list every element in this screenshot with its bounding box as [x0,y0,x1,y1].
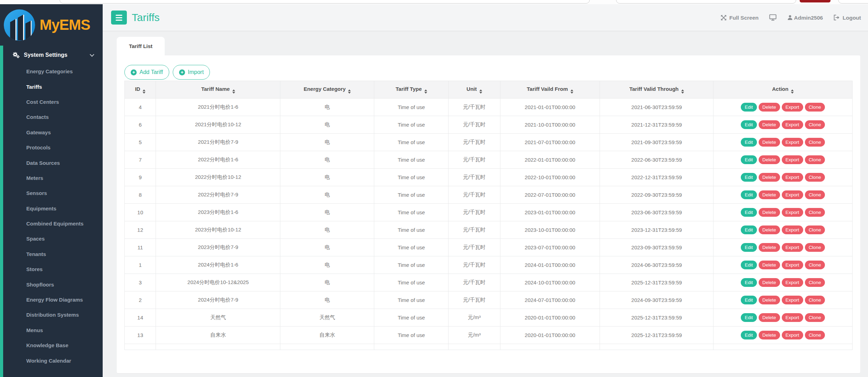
sidebar-item-data-sources[interactable]: Data Sources [0,155,103,170]
clone-button[interactable]: Clone [805,225,825,234]
delete-button[interactable]: Delete [759,331,780,339]
sidebar-item-stores[interactable]: Stores [0,262,103,277]
export-button[interactable]: Export [782,243,803,252]
logout-button[interactable]: Logout [833,14,861,21]
column-header-tariff-type[interactable]: Tariff Type [374,81,449,99]
delete-button[interactable]: Delete [759,120,780,129]
edit-button[interactable]: Edit [741,225,757,234]
delete-button[interactable]: Delete [759,313,780,322]
clone-button[interactable]: Clone [805,138,825,147]
cell-unit: 元/千瓦时 [449,99,500,116]
sidebar-item-distribution-systems[interactable]: Distribution Systems [0,307,103,322]
export-button[interactable]: Export [782,103,803,112]
display-settings-button[interactable] [769,14,777,21]
edit-button[interactable]: Edit [741,278,757,287]
sort-carets-icon [479,89,482,94]
clone-button[interactable]: Clone [805,103,825,112]
delete-button[interactable]: Delete [759,208,780,217]
export-button[interactable]: Export [782,173,803,182]
clone-button[interactable]: Clone [805,296,825,304]
cell-actions: EditDeleteExportClone [713,256,853,274]
clone-button[interactable]: Clone [805,261,825,269]
sidebar-item-gateways[interactable]: Gateways [0,125,103,140]
cell-energy-category: 电 [280,239,374,256]
sidebar-item-sensors[interactable]: Sensors [0,186,103,201]
column-header-unit[interactable]: Unit [449,81,500,99]
sidebar-toggle-button[interactable] [111,11,127,25]
clone-button[interactable]: Clone [805,155,825,164]
delete-button[interactable]: Delete [759,278,780,287]
column-header-tariff-valid-through[interactable]: Tariff Valid Through [600,81,713,99]
edit-button[interactable]: Edit [741,155,757,164]
export-button[interactable]: Export [782,278,803,287]
sidebar-item-protocols[interactable]: Protocols [0,140,103,155]
import-button[interactable]: + Import [173,65,210,80]
delete-button[interactable]: Delete [759,173,780,182]
column-header-tariff-name[interactable]: Tariff Name [156,81,280,99]
delete-button[interactable]: Delete [759,190,780,199]
delete-button[interactable]: Delete [759,261,780,269]
column-header-id[interactable]: ID [125,81,156,99]
edit-button[interactable]: Edit [741,103,757,112]
clone-button[interactable]: Clone [805,243,825,252]
cell-tariff-type: Time of use [374,151,449,169]
export-button[interactable]: Export [782,261,803,269]
export-button[interactable]: Export [782,190,803,199]
edit-button[interactable]: Edit [741,313,757,322]
clone-button[interactable]: Clone [805,120,825,129]
sidebar-item-tariffs[interactable]: Tariffs [0,79,103,94]
sidebar-item-menus[interactable]: Menus [0,323,103,338]
sidebar-item-contacts[interactable]: Contacts [0,109,103,124]
add-tariff-button[interactable]: + Add Tariff [124,65,169,80]
edit-button[interactable]: Edit [741,243,757,252]
clone-button[interactable]: Clone [805,173,825,182]
edit-button[interactable]: Edit [741,120,757,129]
clone-button[interactable]: Clone [805,278,825,287]
edit-button[interactable]: Edit [741,138,757,147]
sidebar-item-energy-categories[interactable]: Energy Categories [0,64,103,79]
export-button[interactable]: Export [782,138,803,147]
fullscreen-button[interactable]: Full Screen [720,14,759,21]
sidebar-item-energy-flow-diagrams[interactable]: Energy Flow Diagrams [0,292,103,307]
delete-button[interactable]: Delete [759,243,780,252]
user-menu[interactable]: Admin2506 [787,14,823,21]
brand-logo[interactable]: MyEMS [0,4,103,46]
clone-button[interactable]: Clone [805,313,825,322]
edit-button[interactable]: Edit [741,173,757,182]
tab-tariff-list[interactable]: Tariff List [117,37,165,55]
delete-button[interactable]: Delete [759,296,780,304]
export-button[interactable]: Export [782,120,803,129]
export-button[interactable]: Export [782,331,803,339]
edit-button[interactable]: Edit [741,208,757,217]
sidebar-item-combined-equipments[interactable]: Combined Equipments [0,216,103,231]
sidebar-item-working-calendar[interactable]: Working Calendar [0,353,103,368]
export-button[interactable]: Export [782,313,803,322]
sidebar-item-tenants[interactable]: Tenants [0,247,103,262]
delete-button[interactable]: Delete [759,155,780,164]
export-button[interactable]: Export [782,155,803,164]
delete-button[interactable]: Delete [759,138,780,147]
column-header-tariff-vaild-from[interactable]: Tariff Vaild From [500,81,600,99]
delete-button[interactable]: Delete [759,225,780,234]
sidebar-item-shopfloors[interactable]: Shopfloors [0,277,103,292]
sidebar-item-spaces[interactable]: Spaces [0,231,103,246]
sidebar-item-knowledge-base[interactable]: Knowledge Base [0,338,103,353]
export-button[interactable]: Export [782,225,803,234]
myems-logo-icon [3,8,36,42]
clone-button[interactable]: Clone [805,331,825,339]
delete-button[interactable]: Delete [759,103,780,112]
clone-button[interactable]: Clone [805,208,825,217]
export-button[interactable]: Export [782,208,803,217]
clone-button[interactable]: Clone [805,190,825,199]
sidebar-item-meters[interactable]: Meters [0,170,103,186]
edit-button[interactable]: Edit [741,331,757,339]
export-button[interactable]: Export [782,296,803,304]
sidebar-item-equipments[interactable]: Equipments [0,201,103,216]
sidebar-item-cost-centers[interactable]: Cost Centers [0,94,103,109]
sidebar-section-system-settings[interactable]: System Settings [0,46,103,58]
column-header-energy-category[interactable]: Energy Category [280,81,374,99]
edit-button[interactable]: Edit [741,261,757,269]
edit-button[interactable]: Edit [741,296,757,304]
column-header-action[interactable]: Action [713,81,853,99]
edit-button[interactable]: Edit [741,190,757,199]
